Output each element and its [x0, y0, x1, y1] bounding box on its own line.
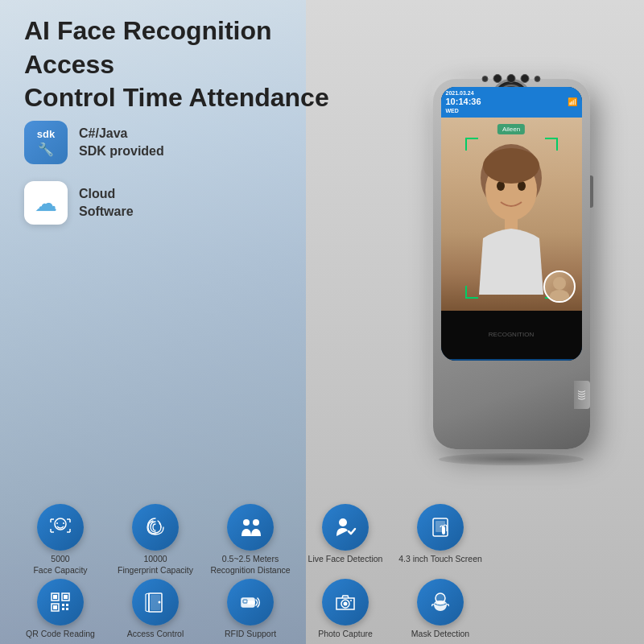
features-row-1: 5000Face Capacity 10000Fingerprint Capac…: [16, 504, 628, 576]
svg-rect-32: [62, 608, 64, 610]
svg-point-9: [56, 522, 58, 524]
door-icon: [143, 590, 167, 614]
cloud-text-line2: Software: [79, 203, 134, 221]
mask-detection-circle: [417, 579, 464, 625]
svg-point-10: [63, 522, 64, 524]
live-face-circle: [322, 504, 369, 551]
access-control-circle: [132, 579, 179, 625]
sdk-text-line2: SDK provided: [79, 142, 164, 160]
feature-mask-detection: Mask Detection: [396, 579, 485, 640]
cloud-symbol: ☁: [35, 190, 57, 217]
thumbnail-photo: [543, 270, 576, 303]
cloud-text-line1: Cloud: [79, 185, 134, 203]
feature-recognition-distance: 0.5~2.5 MetersRecognition Distance: [206, 504, 295, 576]
main-content: AI Face Recognition Access Control Time …: [0, 0, 644, 644]
screen-day: WED: [446, 108, 481, 114]
feature-rfid: RFID RFID Support: [206, 579, 295, 640]
device-body: 2021.03.24 10:14:36 WED 📶 Aileen: [433, 79, 590, 449]
svg-point-20: [253, 519, 259, 526]
svg-point-45: [350, 600, 352, 601]
photo-capture-label: Photo Capture: [318, 629, 373, 640]
svg-text:RFID: RFID: [248, 601, 255, 605]
face-capacity-label: 5000Face Capacity: [33, 554, 87, 576]
feature-touch-screen: 4.3 inch Touch Screen: [396, 504, 485, 576]
wrench-icon: 🔧: [38, 142, 54, 157]
face-capacity-circle: [37, 504, 84, 551]
fingerprint-capacity-label: 10000Fingerprint Capacity: [118, 554, 193, 576]
qr-icon: [48, 590, 72, 614]
svg-point-36: [159, 601, 161, 604]
cloud-text: Cloud Software: [79, 185, 134, 221]
cloud-icon-box: ☁: [24, 181, 68, 225]
screen-bottom: RECOGNITION: [441, 311, 582, 359]
camera-dot-5: [535, 76, 541, 82]
access-control-label: Access Control: [127, 629, 184, 640]
person-svg: [463, 134, 559, 295]
page-title: AI Face Recognition Access Control Time …: [24, 14, 362, 115]
svg-point-21: [339, 518, 347, 526]
feature-fingerprint-capacity: 10000Fingerprint Capacity: [111, 504, 200, 576]
title-line2: Control Time Attendance: [24, 81, 362, 115]
sdk-label: sdk: [37, 128, 55, 140]
recognition-distance-label: 0.5~2.5 MetersRecognition Distance: [210, 554, 290, 576]
screen-header: 2021.03.24 10:14:36 WED 📶: [441, 87, 582, 118]
device-container: 2021.03.24 10:14:36 WED 📶 Aileen: [427, 72, 596, 459]
camera-icon: [333, 590, 357, 614]
svg-point-7: [550, 290, 569, 301]
screen-wifi-icon: 📶: [568, 97, 577, 106]
svg-rect-25: [53, 595, 57, 599]
camera-dot-2: [493, 74, 502, 83]
svg-rect-33: [66, 608, 68, 610]
svg-rect-30: [62, 604, 64, 606]
screen-date: 2021.03.24: [446, 90, 481, 97]
sdk-icon: sdk 🔧: [24, 121, 68, 164]
features-section: 5000Face Capacity 10000Fingerprint Capac…: [16, 504, 628, 640]
mask-detection-label: Mask Detection: [411, 629, 469, 640]
screen-status: RECOGNITION: [489, 331, 534, 338]
touch-icon: [428, 515, 452, 539]
qr-code-circle: [37, 579, 84, 625]
fingerprint-capacity-circle: [132, 504, 179, 551]
camera-dot-4: [521, 74, 530, 83]
recognition-distance-circle: [227, 504, 274, 551]
feature-live-face: Live Face Detection: [301, 504, 390, 576]
title-line1: AI Face Recognition Access: [24, 14, 362, 81]
thumbnail-svg: [545, 272, 574, 301]
rfid-area: )))): [574, 381, 590, 409]
feature-qr-code: QR Code Reading: [16, 579, 105, 640]
feature-access-control: Access Control: [111, 579, 200, 640]
touch-screen-circle: [417, 504, 464, 551]
rfid-icon: )))): [578, 390, 586, 400]
feature-photo-capture: Photo Capture: [301, 579, 390, 640]
face-capacity-icon: [48, 515, 72, 539]
sdk-text-line1: C#/Java: [79, 125, 164, 142]
camera-dot-1: [482, 76, 489, 82]
sdk-badge: sdk 🔧 C#/Java SDK provided: [24, 121, 164, 164]
live-face-label: Live Face Detection: [308, 554, 383, 565]
svg-rect-29: [53, 605, 57, 609]
camera-dot-3: [507, 74, 516, 83]
qr-code-label: QR Code Reading: [26, 629, 95, 640]
touch-screen-label: 4.3 inch Touch Screen: [398, 554, 482, 565]
screen-time: 10:14:36: [446, 97, 481, 107]
side-button[interactable]: [590, 175, 593, 208]
rfid-icon-svg: RFID: [238, 590, 262, 614]
features-row-2: QR Code Reading Access Con: [16, 579, 628, 640]
svg-point-44: [344, 602, 348, 606]
person-check-icon: [333, 515, 357, 539]
mask-icon: [428, 590, 452, 614]
svg-point-6: [553, 277, 566, 290]
sdk-text: C#/Java SDK provided: [79, 125, 164, 161]
fingerprint-icon: [143, 515, 167, 539]
camera-row: [482, 74, 541, 83]
screen-display: 2021.03.24 10:14:36 WED 📶 Aileen: [441, 87, 582, 361]
rfid-circle: RFID: [227, 579, 274, 625]
device-screen: 2021.03.24 10:14:36 WED 📶 Aileen: [441, 87, 582, 361]
people-icon: [238, 515, 262, 539]
screen-datetime: 2021.03.24 10:14:36 WED: [446, 90, 481, 114]
svg-point-5: [483, 148, 539, 184]
svg-rect-27: [64, 595, 68, 599]
device-shadow: [439, 453, 584, 465]
feature-face-capacity: 5000Face Capacity: [16, 504, 105, 576]
cloud-badge: ☁ Cloud Software: [24, 181, 134, 225]
